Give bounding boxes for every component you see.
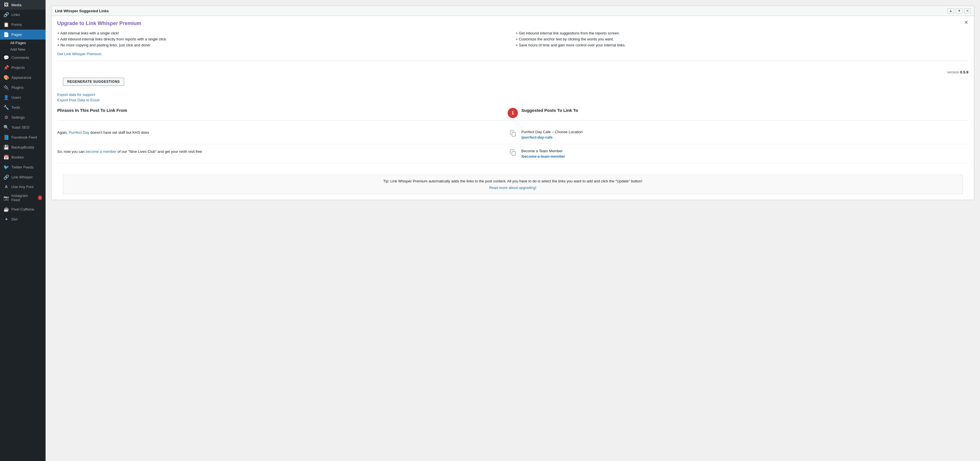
export-support-link[interactable]: Export data for support (57, 92, 968, 97)
sidebar-item-label: Use Any Font (11, 185, 33, 189)
sidebar-item-users[interactable]: 👤 Users (0, 92, 46, 102)
phrase-prefix-1: Again, (57, 130, 68, 135)
sidebar-item-pages[interactable]: 📄 Pages (0, 30, 46, 40)
suggestion-row-2: So, now you can become a member of our "… (57, 144, 968, 163)
active-chevron (44, 33, 46, 37)
sidebar-item-label: Links (11, 13, 20, 17)
upgrade-feature-4: + Get inbound internal link suggestions … (515, 31, 968, 35)
badge-container: 1 (504, 108, 521, 118)
sidebar-item-media[interactable]: 🖼 Media (0, 0, 46, 10)
panel-close[interactable]: ✕ (964, 8, 970, 13)
sidebar-item-label: Pages (11, 32, 22, 37)
upgrade-divider (57, 60, 968, 61)
tip-link[interactable]: Read more about upgrading! (69, 186, 957, 190)
sidebar-item-use-any-font[interactable]: A Use Any Font (0, 182, 46, 191)
phrase-link-1[interactable]: Purrfect Day (68, 130, 89, 135)
suggested-title-2: Become a Team Member (521, 149, 968, 153)
sidebar-item-yoast-seo[interactable]: 🔍 Yoast SEO (0, 122, 46, 132)
sidebar-item-label: Projects (11, 65, 25, 70)
pixel-icon: ☕ (3, 207, 9, 212)
sidebar-item-pixel-caffeine[interactable]: ☕ Pixel Caffeine (0, 204, 46, 214)
upgrade-close-button[interactable]: ✕ (964, 19, 968, 25)
sidebar-item-projects[interactable]: 📌 Projects (0, 63, 46, 73)
phrase-suffix-2: of our "Nine Lives Club" and get your ni… (116, 149, 202, 154)
media-icon: 🖼 (3, 2, 9, 7)
sidebar-item-comments[interactable]: 💬 Comments (0, 52, 46, 63)
sidebar-item-label: Settings (11, 115, 25, 119)
suggested-url-1[interactable]: /purrfect-day-cafe (521, 135, 553, 140)
tip-box: Tip: Link Whisper Premium automatically … (63, 175, 963, 194)
upgrade-feature-2: + Add inbound internal links directly fr… (57, 37, 510, 41)
sidebar-item-divi[interactable]: ✦ Divi (0, 214, 46, 224)
suggested-title-1: Purrfect Day Cafe – Choose Location (521, 130, 968, 134)
sidebar-item-label: Divi (11, 217, 18, 221)
suggested-post-1: Purrfect Day Cafe – Choose Location /pur… (521, 130, 968, 140)
panel-title: Link Whisper Suggested Links (55, 9, 109, 13)
copy-button-1[interactable] (504, 130, 521, 137)
suggested-url-2[interactable]: /become-a-team-member (521, 154, 565, 159)
svg-rect-1 (512, 151, 515, 155)
pages-submenu: All Pages Add New (0, 40, 46, 52)
sidebar-item-instagram-feed[interactable]: 📷 Instagram Feed ! (0, 191, 46, 204)
sidebar-item-forms[interactable]: 📋 Forms (0, 20, 46, 30)
sidebar-item-links[interactable]: 🔗 Links (0, 10, 46, 20)
divi-icon: ✦ (3, 216, 9, 222)
links-icon: 🔗 (3, 12, 9, 17)
phrase-link-2[interactable]: become a member (86, 149, 116, 154)
phrase-text-2: So, now you can become a member of our "… (57, 149, 504, 154)
version-number: 0.5.9 (960, 70, 968, 74)
sidebar-item-tools[interactable]: 🔧 Tools (0, 102, 46, 113)
sidebar-item-link-whisper[interactable]: 🔗 Link Whisper (0, 172, 46, 182)
pages-icon: 📄 (3, 32, 9, 37)
suggestions-count-badge: 1 (508, 108, 518, 118)
sidebar-item-label: Plugins (11, 85, 24, 90)
forms-icon: 📋 (3, 22, 9, 27)
instagram-icon: 📷 (3, 195, 9, 200)
phrase-suffix-1: doesn't have vet staff but KHS does (89, 130, 149, 135)
comments-icon: 💬 (3, 55, 9, 60)
upgrade-feature-3: + No more copying and pasting links, jus… (57, 43, 510, 47)
copy-button-2[interactable] (504, 149, 521, 156)
sidebar-item-label: Yoast SEO (11, 125, 29, 129)
suggestions-section: Phrases In This Post To Link From 1 Sugg… (51, 108, 974, 169)
upgrade-feature-1: + Add internal links with a single click… (57, 31, 510, 35)
upgrade-features-list: + Add internal links with a single click… (57, 31, 968, 47)
sidebar-item-label: Facebook Feed (11, 135, 37, 140)
phrase-text-1: Again, Purrfect Day doesn't have vet sta… (57, 130, 504, 135)
sidebar-item-backupbuddy[interactable]: 💾 BackupBuddy (0, 142, 46, 152)
panel-collapse-up[interactable]: ▲ (947, 8, 954, 13)
facebook-icon: 📘 (3, 135, 9, 140)
sidebar-item-label: Pixel Caffeine (11, 207, 34, 211)
sidebar-item-label: Tools (11, 105, 20, 110)
sidebar-item-label: Twitter Feeds (11, 165, 33, 169)
font-icon: A (3, 184, 9, 189)
sidebar-item-settings[interactable]: ⚙ Settings (0, 113, 46, 122)
upgrade-section: ✕ Upgrade to Link Whisper Premium + Add … (51, 16, 974, 70)
sidebar-item-label: Comments (11, 56, 29, 60)
panel-controls: ▲ ▼ ✕ (947, 8, 970, 13)
link-whisper-panel: Link Whisper Suggested Links ▲ ▼ ✕ ✕ Upg… (51, 6, 974, 200)
bookeo-icon: 📅 (3, 154, 9, 160)
regenerate-button[interactable]: REGENERATE SUGGESTIONS (63, 78, 124, 86)
sidebar-item-bookeo[interactable]: 📅 Bookeo (0, 152, 46, 162)
sidebar-item-label: Media (11, 3, 21, 7)
sub-all-pages[interactable]: All Pages (10, 40, 46, 46)
twitter-icon: 🐦 (3, 164, 9, 170)
sidebar-item-label: Link Whisper (11, 175, 33, 179)
suggestion-row-1: Again, Purrfect Day doesn't have vet sta… (57, 125, 968, 144)
sidebar-item-twitter-feeds[interactable]: 🐦 Twitter Feeds (0, 162, 46, 172)
sub-add-new[interactable]: Add New (10, 46, 46, 52)
sidebar-item-facebook-feed[interactable]: 📘 Facebook Feed (0, 132, 46, 142)
panel-collapse-down[interactable]: ▼ (956, 8, 963, 13)
settings-icon: ⚙ (3, 115, 9, 120)
sidebar-item-appearance[interactable]: 🎨 Appearance (0, 73, 46, 83)
sidebar-item-plugins[interactable]: 🔌 Plugins (0, 83, 46, 92)
upgrade-cta-link[interactable]: Get Link Whisper Premium (57, 52, 101, 56)
export-links-section: Export data for support Export Post Data… (51, 92, 974, 108)
upgrade-feature-5: + Customize the anchor text by clicking … (515, 37, 968, 41)
export-excel-link[interactable]: Export Post Data to Excel (57, 98, 968, 102)
users-icon: 👤 (3, 95, 9, 100)
sidebar-item-label: Bookeo (11, 155, 24, 159)
sidebar-item-label: BackupBuddy (11, 145, 34, 149)
sidebar-item-label: Users (11, 95, 21, 100)
